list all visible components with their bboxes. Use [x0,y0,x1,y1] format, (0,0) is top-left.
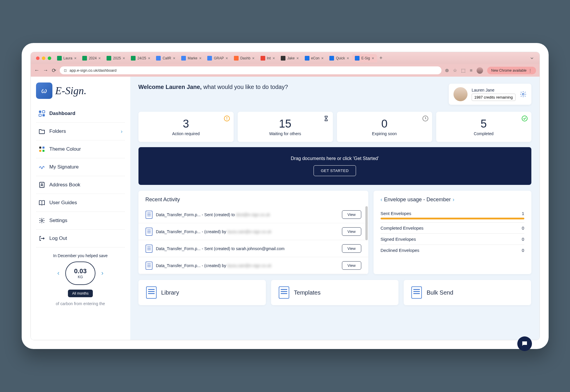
view-button[interactable]: View [342,261,361,270]
tab-close-icon[interactable]: × [347,56,349,61]
document-dropzone[interactable]: Drag documents here or click 'Get Starte… [138,147,531,185]
tab-close-icon[interactable]: × [199,56,201,61]
sidebar-item-label: Address Book [49,182,81,188]
tab-close-icon[interactable]: × [148,56,150,61]
settings-gear-icon[interactable] [520,91,527,98]
user-avatar[interactable] [453,87,468,101]
browser-tab[interactable]: Laura× [54,54,80,62]
chrome-update-pill[interactable]: New Chrome available ⋮ [487,67,536,74]
tab-close-icon[interactable]: × [74,56,76,61]
eco-intro: In December you helped save [36,253,125,258]
get-started-button[interactable]: GET STARTED [314,165,356,176]
sidebar-item-settings[interactable]: Settings [36,212,125,230]
tab-overflow-button[interactable] [527,55,537,62]
tab-label: Quick [336,56,345,60]
eco-footer: of carbon from entering the [36,301,125,306]
profile-avatar[interactable] [477,67,483,74]
eco-widget: In December you helped save ‹ 0.03 KG › … [36,247,125,315]
usage-row: Sent Envelopes1 [381,208,524,219]
window-controls [33,56,54,60]
activity-text: Data_Transfer_Form.p... - Sent (created)… [156,246,338,251]
scrollbar[interactable] [365,206,368,240]
reading-list-icon[interactable]: ≡ [470,68,472,73]
bookmark-icon[interactable]: ☆ [453,68,457,73]
close-window-button[interactable] [36,56,40,60]
app-logo[interactable]: ω E-Sign. [36,82,125,99]
address-bar: ← → ⟳ ⊡ app.e-sign.co.uk/dashboard ⊛ ☆ ⬚… [31,64,540,77]
browser-tab[interactable]: eCon× [302,54,327,62]
quick-card-library[interactable]: Library [138,280,266,305]
stat-card-waiting-for-others[interactable]: 15Waiting for others [238,112,333,142]
tab-close-icon[interactable]: × [296,56,299,61]
stat-card-action-required[interactable]: 3Action required [138,112,234,142]
extension-icon[interactable]: ⬚ [461,68,465,73]
usage-next-button[interactable]: › [453,197,454,203]
reload-button[interactable]: ⟳ [52,67,56,74]
sidebar-item-log-out[interactable]: Log Out [36,230,125,247]
browser-tab[interactable]: GRAP× [204,54,231,62]
usage-title: Envelope usage - December [384,197,451,203]
tab-favicon [234,56,239,61]
browser-tab[interactable]: E-Sig× [352,54,377,62]
tab-close-icon[interactable]: × [225,56,228,61]
sidebar-item-theme-colour[interactable]: Theme Colour [36,140,125,158]
sidebar-item-user-guides[interactable]: User Guides [36,194,125,212]
browser-tab[interactable]: Int× [258,54,278,62]
recent-activity-title: Recent Activity [138,191,368,206]
url-input[interactable]: ⊡ app.e-sign.co.uk/dashboard [60,66,442,74]
tab-close-icon[interactable]: × [321,56,323,61]
tab-close-icon[interactable]: × [273,56,275,61]
browser-tab[interactable]: 2025× [104,54,128,62]
browser-tab[interactable]: Jake× [278,54,302,62]
forward-button[interactable]: → [43,67,48,73]
stat-card-expiring-soon[interactable]: 0Expiring soon [337,112,432,142]
maximize-window-button[interactable] [48,56,51,60]
tab-close-icon[interactable]: × [372,56,374,61]
svg-rect-3 [42,114,45,116]
translate-icon[interactable]: ⊛ [445,68,449,73]
sidebar-item-folders[interactable]: Folders› [36,123,125,140]
tab-label: 2024 [89,56,97,60]
browser-tab[interactable]: 24/25× [128,54,153,62]
chat-widget-button[interactable] [517,336,532,351]
sidebar-item-dashboard[interactable]: Dashboard [36,105,125,123]
view-button[interactable]: View [342,227,361,236]
menu-icon[interactable]: ⋮ [528,68,532,73]
welcome-heading: Welcome Lauren Jane, what would you like… [138,84,288,90]
tab-close-icon[interactable]: × [123,56,125,61]
tab-close-icon[interactable]: × [98,56,101,61]
eco-next-button[interactable]: › [101,269,103,277]
browser-tab[interactable]: Dashb× [231,54,258,62]
minimize-window-button[interactable] [42,56,45,60]
tab-close-icon[interactable]: × [173,56,175,61]
tab-favicon [261,56,265,61]
view-button[interactable]: View [342,210,361,219]
quick-card-bulk-send[interactable]: Bulk Send [404,280,531,305]
svg-point-12 [522,93,524,95]
eco-prev-button[interactable]: ‹ [57,269,59,277]
site-info-icon[interactable]: ⊡ [64,68,67,73]
browser-tab[interactable]: 2024× [79,54,104,62]
logout-icon [38,235,45,242]
document-icon [411,286,422,299]
eco-unit: KG [74,275,87,279]
usage-label: Signed Envelopes [381,237,416,242]
browser-tab[interactable]: Quick× [326,54,352,62]
browser-tab[interactable]: Marke× [178,54,205,62]
tab-close-icon[interactable]: × [252,56,254,61]
tab-favicon [207,56,212,61]
quick-card-templates[interactable]: Templates [271,280,398,305]
usage-prev-button[interactable]: ‹ [381,197,382,203]
document-icon [146,228,153,236]
new-tab-button[interactable]: + [377,54,385,62]
browser-tab[interactable]: CallR× [153,54,178,62]
tab-favicon [131,56,136,61]
stat-card-completed[interactable]: 5Completed [436,112,531,142]
all-months-button[interactable]: All months [68,290,93,297]
back-button[interactable]: ← [34,67,40,73]
activity-text: Data_Transfer_Form.p... - (created) by l… [156,229,338,234]
sidebar-item-my-signature[interactable]: My Signature [36,158,125,176]
user-name: Lauren Jane [472,88,516,92]
view-button[interactable]: View [342,244,361,253]
sidebar-item-address-book[interactable]: Address Book [36,176,125,194]
